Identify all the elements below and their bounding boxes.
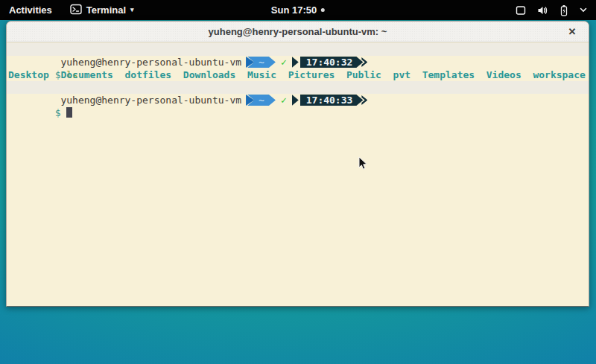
powerline-prompt: ~✓17:40:32 — [246, 56, 367, 68]
system-menu[interactable] — [506, 0, 596, 20]
battery-charging-icon — [558, 4, 570, 16]
terminal-screen[interactable]: yuheng@henry-personal-ubuntu-vm~✓17:40:3… — [7, 42, 589, 307]
clock-button[interactable]: Sun 17:50 — [264, 0, 332, 20]
close-button[interactable]: ✕ — [562, 22, 583, 42]
arrow-right-icon — [292, 57, 299, 68]
terminal-window: yuheng@henry-personal-ubuntu-vm: ~ ✕ yuh… — [6, 21, 589, 307]
powerline-prompt: ~✓17:40:33 — [246, 94, 367, 106]
prompt-user-host: yuheng@henry-personal-ubuntu-vm — [60, 57, 241, 68]
prompt-line-1: yuheng@henry-personal-ubuntu-vm~✓17:40:3… — [7, 43, 589, 56]
prompt-user-host: yuheng@henry-personal-ubuntu-vm — [60, 95, 241, 106]
app-menu-terminal[interactable]: Terminal ▾ — [61, 0, 143, 20]
screen-icon — [515, 4, 527, 16]
chevron-down-icon: ▾ — [130, 7, 134, 13]
status-check-icon: ✓ — [281, 94, 287, 106]
top-bar-left: Activities Terminal ▾ — [0, 0, 143, 20]
ls-output: Desktop Documents dotfiles Downloads Mus… — [7, 68, 589, 81]
app-menu-label: Terminal — [86, 4, 126, 16]
time-segment: 17:40:33 — [300, 95, 364, 106]
volume-icon — [536, 4, 548, 16]
desktop: Activities Terminal ▾ Sun 17:50 — [0, 0, 596, 364]
clock-label: Sun 17:50 — [271, 4, 317, 16]
notification-dot-icon — [321, 8, 325, 12]
top-bar: Activities Terminal ▾ Sun 17:50 — [0, 0, 596, 20]
arrow-right-icon — [292, 95, 299, 106]
window-titlebar[interactable]: yuheng@henry-personal-ubuntu-vm: ~ ✕ — [7, 22, 589, 42]
time-segment: 17:40:32 — [300, 57, 364, 68]
text-cursor — [66, 107, 72, 118]
chevron-down-icon — [580, 7, 587, 13]
prompt-symbol: $ — [55, 107, 61, 118]
window-title: yuheng@henry-personal-ubuntu-vm: ~ — [209, 26, 387, 37]
prompt-line-2: yuheng@henry-personal-ubuntu-vm~✓17:40:3… — [7, 81, 589, 94]
activities-button[interactable]: Activities — [0, 0, 61, 20]
status-check-icon: ✓ — [281, 56, 287, 68]
terminal-icon — [70, 4, 82, 17]
